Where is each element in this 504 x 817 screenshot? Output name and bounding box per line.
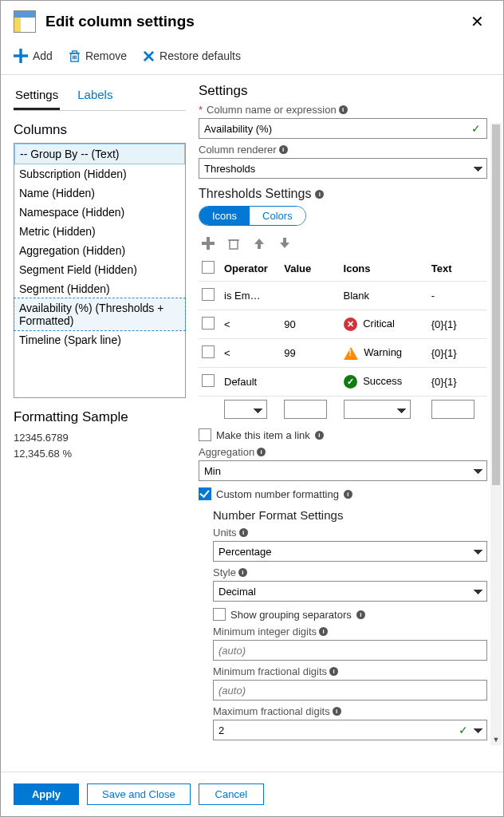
cell-icon: Blank	[341, 282, 428, 310]
info-icon[interactable]: i	[329, 667, 338, 676]
sample-formatted: 12,345.68 %	[14, 446, 186, 462]
threshold-row[interactable]: <90✕ Critical{0}{1}	[199, 310, 487, 339]
column-name-label: *Column name or expression i	[199, 104, 487, 116]
cell-text: {0}{1}	[428, 339, 487, 368]
cell-icon: ✓ Success	[341, 368, 428, 397]
threshold-row[interactable]: Default✓ Success{0}{1}	[199, 368, 487, 397]
column-list-item[interactable]: Segment (Hidden)	[14, 279, 185, 298]
min-frac-label: Minimum fractional digits i	[213, 665, 487, 677]
threshold-up-icon[interactable]	[253, 237, 266, 250]
vertical-scrollbar[interactable]: ▼	[490, 123, 502, 745]
col-value: Value	[281, 256, 340, 282]
columns-header: Columns	[14, 122, 186, 138]
row-checkbox[interactable]	[202, 317, 215, 330]
units-select[interactable]: Percentage	[213, 541, 487, 562]
cell-value	[281, 282, 340, 310]
pill-icons[interactable]: Icons	[199, 207, 250, 225]
valid-check-icon: ✓	[459, 724, 468, 736]
column-list-item[interactable]: Subscription (Hidden)	[14, 164, 185, 184]
info-icon[interactable]: i	[333, 707, 341, 716]
column-list-item[interactable]: Availability (%) (Thresholds + Formatted…	[14, 298, 185, 330]
remove-button[interactable]: Remove	[69, 49, 127, 62]
grouping-sep-checkbox[interactable]	[213, 608, 226, 621]
info-icon[interactable]: i	[239, 528, 248, 537]
close-button[interactable]: ✕	[464, 9, 490, 34]
custom-format-checkbox[interactable]	[199, 487, 211, 500]
plus-icon	[14, 49, 28, 63]
new-text-input[interactable]	[431, 400, 474, 419]
formatting-sample-header: Formatting Sample	[14, 409, 186, 425]
column-list-item[interactable]: Name (Hidden)	[14, 184, 185, 203]
info-icon[interactable]: i	[315, 190, 324, 199]
add-button[interactable]: Add	[14, 49, 53, 63]
aggregation-select[interactable]: Min	[199, 460, 487, 481]
tab-settings[interactable]: Settings	[14, 83, 60, 110]
make-link-checkbox[interactable]	[199, 428, 211, 441]
threshold-row[interactable]: <99 Warning{0}{1}	[199, 339, 487, 368]
column-list-item[interactable]: Timeline (Spark line)	[14, 330, 185, 349]
warning-icon	[344, 347, 358, 360]
column-list-item[interactable]: Namespace (Hidden)	[14, 203, 185, 222]
custom-format-label: Custom number formatting	[216, 488, 339, 500]
svg-rect-7	[73, 50, 77, 53]
column-name-input[interactable]	[199, 118, 487, 139]
cell-value: 99	[281, 339, 340, 368]
critical-icon: ✕	[344, 318, 357, 331]
select-all-checkbox[interactable]	[202, 261, 215, 274]
info-icon[interactable]: i	[356, 610, 365, 619]
row-checkbox[interactable]	[202, 345, 215, 358]
threshold-down-icon[interactable]	[278, 237, 291, 250]
columns-list[interactable]: -- Group By -- (Text)Subscription (Hidde…	[14, 143, 186, 398]
cell-operator: Default	[221, 368, 281, 397]
style-select[interactable]: Decimal	[213, 581, 487, 602]
info-icon[interactable]: i	[344, 490, 352, 499]
column-list-item[interactable]: Metric (Hidden)	[14, 222, 185, 241]
row-checkbox[interactable]	[202, 374, 215, 387]
cell-icon: Warning	[341, 339, 428, 368]
row-checkbox[interactable]	[202, 288, 215, 301]
restore-defaults-button[interactable]: Restore defaults	[143, 49, 241, 62]
save-close-button[interactable]: Save and Close	[87, 783, 191, 805]
threshold-add-icon[interactable]	[202, 237, 215, 250]
column-list-item[interactable]: Segment Field (Hidden)	[14, 260, 185, 279]
aggregation-label: Aggregation i	[199, 446, 487, 458]
thresholds-header: Thresholds Settings i	[199, 187, 487, 201]
info-icon[interactable]: i	[279, 145, 288, 154]
info-icon[interactable]: i	[257, 448, 266, 456]
thresholds-mode-toggle[interactable]: Icons Colors	[199, 206, 306, 226]
units-label: Units i	[213, 527, 487, 539]
tab-labels[interactable]: Labels	[76, 83, 114, 110]
svg-rect-11	[202, 242, 215, 245]
info-icon[interactable]: i	[339, 105, 348, 114]
make-link-label: Make this item a link	[216, 429, 310, 441]
column-settings-icon	[14, 10, 36, 33]
cell-text: {0}{1}	[428, 310, 487, 339]
svg-rect-12	[230, 240, 238, 249]
grouping-sep-label: Show grouping separators	[230, 609, 352, 621]
info-icon[interactable]: i	[238, 568, 247, 577]
min-int-input[interactable]	[213, 640, 487, 661]
settings-header: Settings	[199, 83, 487, 99]
info-icon[interactable]: i	[315, 431, 324, 440]
apply-button[interactable]: Apply	[14, 783, 79, 805]
success-icon: ✓	[344, 375, 357, 389]
min-frac-input[interactable]	[213, 680, 487, 701]
pill-colors[interactable]: Colors	[250, 207, 305, 225]
sample-raw: 12345.6789	[14, 430, 186, 446]
new-icon-select[interactable]	[344, 400, 411, 419]
cell-icon: ✕ Critical	[341, 310, 428, 339]
max-frac-select[interactable]: 2	[213, 720, 487, 740]
threshold-delete-icon[interactable]	[227, 237, 240, 250]
column-list-item[interactable]: Aggregation (Hidden)	[14, 241, 185, 260]
scrollbar-thumb[interactable]	[492, 124, 500, 485]
new-value-input[interactable]	[284, 400, 327, 419]
new-operator-select[interactable]	[224, 400, 267, 419]
column-list-item[interactable]: -- Group By -- (Text)	[14, 144, 185, 164]
cancel-button[interactable]: Cancel	[199, 783, 264, 805]
threshold-row[interactable]: is Em… Blank-	[199, 282, 487, 310]
info-icon[interactable]: i	[319, 627, 328, 636]
scroll-down-arrow[interactable]: ▼	[490, 734, 502, 745]
cell-operator: <	[221, 339, 281, 368]
cell-operator: is Em…	[221, 282, 281, 310]
renderer-select[interactable]: Thresholds	[199, 158, 487, 179]
